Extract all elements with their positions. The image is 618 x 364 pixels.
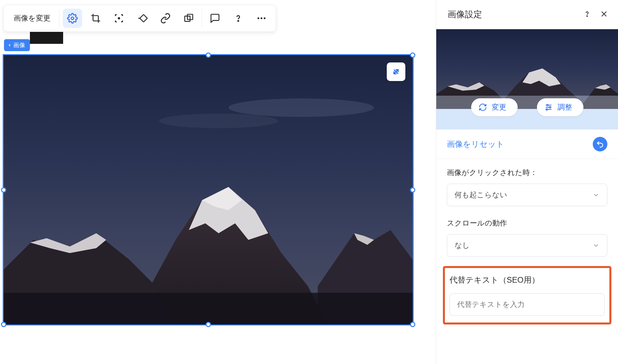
mask-icon <box>183 13 194 24</box>
svg-point-7 <box>260 17 262 19</box>
sliders-icon <box>544 103 553 112</box>
chevron-down-icon <box>592 242 600 249</box>
change-image-button[interactable]: 画像を変更 <box>6 5 58 32</box>
resize-handle-right[interactable] <box>410 187 415 193</box>
svg-point-1 <box>118 18 120 19</box>
gear-icon <box>67 13 78 24</box>
click-action-section: 画像がクリックされた時： 何も起こらない <box>436 159 618 210</box>
image-preview-zone: 変更 調整 <box>436 29 618 130</box>
chevron-left-icon <box>7 43 12 47</box>
crop-icon <box>90 13 101 24</box>
scroll-behavior-select[interactable]: なし <box>447 234 607 257</box>
image-canvas[interactable] <box>4 55 413 324</box>
expand-button[interactable] <box>387 62 405 81</box>
undo-button[interactable] <box>593 137 607 151</box>
settings-button[interactable] <box>63 9 82 28</box>
alt-text-label: 代替テキスト（SEO用） <box>450 275 605 285</box>
sidebar-close-button[interactable] <box>600 10 608 19</box>
click-action-value: 何も起こらない <box>455 190 507 200</box>
back-badge-label: 画像 <box>13 41 25 49</box>
svg-point-10 <box>229 98 374 117</box>
toolbar-divider <box>59 9 59 27</box>
comment-button[interactable] <box>205 9 225 28</box>
reset-row: 画像をリセット <box>436 130 618 159</box>
scroll-behavior-section: スクロールの動作 なし <box>436 210 618 260</box>
svg-point-0 <box>71 17 74 20</box>
resize-handle-bottom-left[interactable] <box>1 322 6 327</box>
svg-rect-12 <box>4 293 413 324</box>
refresh-icon <box>478 103 487 112</box>
svg-rect-2 <box>140 15 148 22</box>
image-preview <box>436 29 618 109</box>
selected-image-frame[interactable] <box>3 54 414 325</box>
svg-point-6 <box>258 17 259 19</box>
link-icon <box>160 13 171 24</box>
svg-point-5 <box>238 21 239 22</box>
preview-actions: 変更 調整 <box>436 98 618 116</box>
back-to-image-badge[interactable]: 画像 <box>4 39 30 51</box>
svg-point-21 <box>547 104 548 106</box>
undo-icon <box>596 140 604 148</box>
svg-point-23 <box>546 109 547 110</box>
click-action-label: 画像がクリックされた時： <box>447 168 607 178</box>
click-action-select[interactable]: 何も起こらない <box>447 184 607 206</box>
alt-text-input[interactable] <box>450 293 605 316</box>
focal-point-button[interactable] <box>109 9 129 28</box>
change-button-label: 変更 <box>492 102 506 112</box>
image-settings-sidebar: 画像設定 <box>436 0 618 364</box>
resize-handle-bottom[interactable] <box>206 322 211 327</box>
help-button[interactable] <box>229 9 248 28</box>
svg-point-22 <box>549 107 551 108</box>
resize-handle-left[interactable] <box>1 187 6 193</box>
focal-icon <box>114 13 124 24</box>
sidebar-header: 画像設定 <box>436 0 618 29</box>
resize-handle-top-right[interactable] <box>410 52 415 58</box>
mask-button[interactable] <box>179 9 198 28</box>
adjust-button-label: 調整 <box>558 102 572 112</box>
link-button[interactable] <box>156 9 175 28</box>
image-toolbar: 画像を変更 <box>3 5 276 32</box>
svg-point-8 <box>264 17 265 19</box>
sidebar-help-button[interactable] <box>583 10 591 20</box>
comment-icon <box>210 13 220 24</box>
scroll-behavior-label: スクロールの動作 <box>447 218 607 228</box>
resize-handle-bottom-right[interactable] <box>410 322 415 327</box>
chevron-down-icon <box>592 191 600 199</box>
sidebar-title: 画像設定 <box>448 9 482 20</box>
expand-icon <box>391 67 401 77</box>
toolbar-divider <box>202 9 202 27</box>
alt-text-section: 代替テキスト（SEO用） <box>443 266 611 324</box>
resize-handle-top[interactable] <box>206 52 211 58</box>
animation-icon <box>137 13 148 24</box>
more-button[interactable] <box>252 9 271 28</box>
adjust-button[interactable]: 調整 <box>537 98 583 116</box>
svg-point-11 <box>159 114 278 128</box>
help-icon <box>233 13 244 24</box>
change-button[interactable]: 変更 <box>471 98 518 116</box>
svg-point-13 <box>587 16 587 16</box>
close-icon <box>600 10 608 18</box>
more-icon <box>256 13 267 24</box>
crop-button[interactable] <box>86 9 105 28</box>
animation-button[interactable] <box>133 9 152 28</box>
scroll-behavior-value: なし <box>455 240 470 250</box>
reset-image-link[interactable]: 画像をリセット <box>447 139 504 149</box>
help-icon <box>583 10 591 18</box>
